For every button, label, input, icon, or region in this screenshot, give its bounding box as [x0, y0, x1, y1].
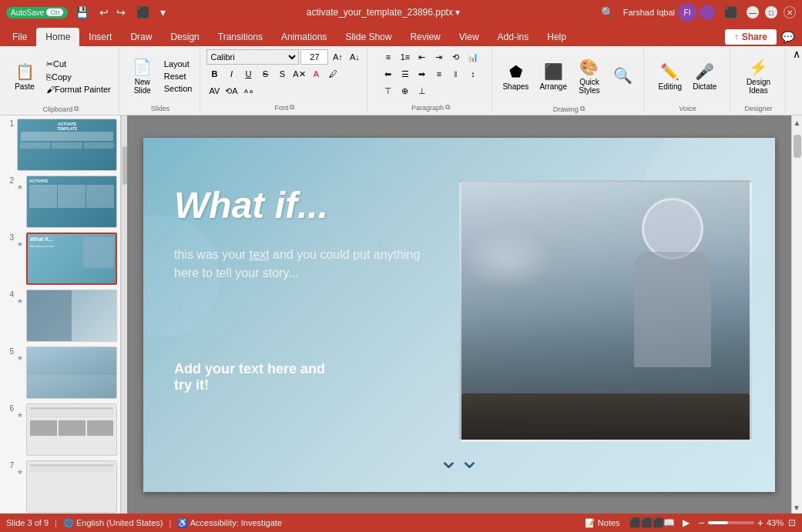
zoom-plus-button[interactable]: + — [757, 517, 763, 529]
increase-font-button[interactable]: A↑ — [330, 49, 345, 65]
slide-item-1[interactable]: 1 ACTIVATE TEMPLATE — [3, 119, 117, 171]
scroll-down-button[interactable]: ▼ — [793, 504, 800, 512]
editing-button[interactable]: ✏️ Editing — [655, 49, 686, 103]
slide-item-4[interactable]: 4 ★ — [3, 289, 117, 342]
align-bottom-button[interactable]: ⊥ — [414, 83, 430, 99]
justify-button[interactable]: ≡ — [431, 66, 447, 82]
slide-thumb-3[interactable]: What if... this was your text... — [26, 233, 117, 285]
text-direction-button[interactable]: ⟲A — [223, 83, 239, 99]
undo-button[interactable]: ↩ — [96, 5, 112, 20]
quick-styles-button[interactable]: 🎨 Quick Styles — [574, 49, 605, 103]
slide-item-7[interactable]: 7 ★ — [3, 460, 117, 513]
shapes-button[interactable]: ⬟ Shapes — [498, 49, 532, 103]
font-family-select[interactable]: Calibri — [206, 49, 299, 65]
slideshow-button[interactable]: ▶ — [679, 517, 694, 529]
char-spacing-button[interactable]: AV — [206, 83, 222, 99]
text-direction-para[interactable]: ⟲ — [448, 49, 464, 65]
collapse-ribbon-button[interactable]: ∧ — [793, 48, 800, 60]
tab-animations[interactable]: Animations — [272, 28, 336, 46]
search-button[interactable]: 🔍 — [598, 5, 617, 20]
zoom-bar[interactable] — [708, 521, 754, 524]
design-ideas-button[interactable]: ⚡ Design Ideas — [743, 49, 774, 103]
language-button[interactable]: 🌐 English (United States) — [63, 518, 163, 528]
slide-item-6[interactable]: 6 ★ — [3, 403, 117, 456]
slide-thumb-6[interactable] — [26, 403, 117, 456]
tab-insert[interactable]: Insert — [79, 28, 121, 46]
tab-transitions[interactable]: Transitions — [209, 28, 272, 46]
tab-draw[interactable]: Draw — [121, 28, 161, 46]
layout-button[interactable]: Layout — [161, 58, 196, 70]
ribbon-display-button[interactable]: ⬛ — [721, 5, 740, 20]
arrange-button[interactable]: ⬛ Arrange — [535, 49, 571, 103]
slide-thumb-1[interactable]: ACTIVATE TEMPLATE — [17, 119, 117, 171]
filename-dropdown-icon[interactable]: ▾ — [455, 7, 460, 18]
paragraph-expand[interactable]: ⧉ — [445, 103, 450, 112]
columns-button[interactable]: ⫴ — [448, 66, 464, 82]
decrease-font-button[interactable]: A↓ — [347, 49, 362, 65]
bullets-button[interactable]: ≡ — [381, 49, 396, 65]
minimize-button[interactable]: — — [747, 6, 759, 18]
tab-slideshow[interactable]: Slide Show — [336, 28, 401, 46]
align-middle-button[interactable]: ⊕ — [398, 83, 413, 99]
autosave-toggle[interactable]: AutoSave On — [6, 7, 68, 18]
bold-button[interactable]: B — [206, 66, 222, 82]
notes-button[interactable]: 📝 Notes — [582, 518, 623, 528]
slides-panel-scrollbar[interactable] — [121, 115, 127, 514]
underline-button[interactable]: U — [240, 66, 256, 82]
slide-thumb-7[interactable] — [26, 460, 117, 513]
clear-format-button[interactable]: A✕ — [291, 66, 307, 82]
redo-button[interactable]: ↪ — [113, 5, 129, 20]
slide-body-text[interactable]: this was your text and you could put any… — [174, 246, 421, 283]
share-button[interactable]: ↑ Share — [725, 29, 777, 45]
tab-home[interactable]: Home — [36, 28, 79, 46]
slide-item-5[interactable]: 5 ★ — [3, 346, 117, 399]
tab-review[interactable]: Review — [401, 28, 449, 46]
dictate-button[interactable]: 🎤 Dictate — [689, 49, 720, 103]
close-button[interactable]: ✕ — [784, 6, 796, 18]
indent-more-button[interactable]: ⇥ — [431, 49, 447, 65]
new-slide-button[interactable]: 📄 New Slide — [126, 49, 159, 103]
font-expand[interactable]: ⧉ — [290, 103, 294, 112]
slide-canvas[interactable]: What if... this was your text and you co… — [143, 138, 775, 492]
clipboard-expand[interactable]: ⧉ — [74, 105, 79, 113]
font-size-input[interactable] — [300, 49, 328, 65]
align-right-button[interactable]: ➡ — [414, 66, 430, 82]
slide-item-2[interactable]: 2 ★ ACTIVATE — [3, 176, 117, 228]
slide-info-button[interactable]: Slide 3 of 9 — [6, 518, 49, 527]
body-text-link[interactable]: text — [250, 248, 270, 261]
tab-addins[interactable]: Add-ins — [488, 28, 539, 46]
tab-help[interactable]: Help — [538, 28, 575, 46]
slide-thumb-5[interactable] — [26, 346, 117, 399]
save-button[interactable]: 💾 — [72, 5, 92, 20]
numbering-button[interactable]: 1≡ — [398, 49, 413, 65]
slide-image[interactable] — [459, 180, 752, 442]
zoom-minus-button[interactable]: − — [699, 517, 705, 529]
tab-file[interactable]: File — [3, 28, 36, 46]
slide-sorter-button[interactable]: ⬛⬛ — [645, 517, 660, 529]
italic-button[interactable]: I — [223, 66, 239, 82]
copy-button[interactable]: ⎘ Copy — [43, 71, 114, 83]
align-top-button[interactable]: ⊤ — [381, 83, 396, 99]
tab-design[interactable]: Design — [161, 28, 208, 46]
shadow-button[interactable]: S — [274, 66, 290, 82]
slide-thumb-2[interactable]: ACTIVATE — [26, 176, 117, 228]
fit-to-window-button[interactable]: ⊡ — [788, 517, 796, 528]
comment-button[interactable]: 💬 — [777, 29, 799, 45]
line-spacing-button[interactable]: ↕ — [465, 66, 481, 82]
drawing-expand[interactable]: ⧉ — [580, 105, 585, 113]
find-button[interactable]: 🔍 — [608, 49, 639, 103]
slide-thumb-4[interactable] — [26, 289, 117, 342]
strikethrough-button[interactable]: S — [257, 66, 273, 82]
accessibility-button[interactable]: ♿ Accessibility: Investigate — [177, 518, 282, 528]
maximize-button[interactable]: □ — [765, 6, 777, 18]
format-painter-button[interactable]: 🖌 Format Painter — [43, 83, 114, 95]
align-left-button[interactable]: ⬅ — [381, 66, 396, 82]
slide-item-3[interactable]: 3 ★ What if... this was your text... — [3, 233, 117, 285]
paste-button[interactable]: 📋 Paste — [8, 49, 42, 103]
scroll-up-button[interactable]: ▲ — [794, 119, 801, 127]
cut-button[interactable]: ✂ Cut — [43, 58, 114, 71]
font-size-small[interactable]: A a — [240, 83, 256, 99]
highlight-button[interactable]: 🖊 — [325, 66, 341, 82]
section-button[interactable]: Section — [161, 82, 196, 95]
slide-cta-text[interactable]: Add your text here and try it! — [174, 361, 325, 393]
